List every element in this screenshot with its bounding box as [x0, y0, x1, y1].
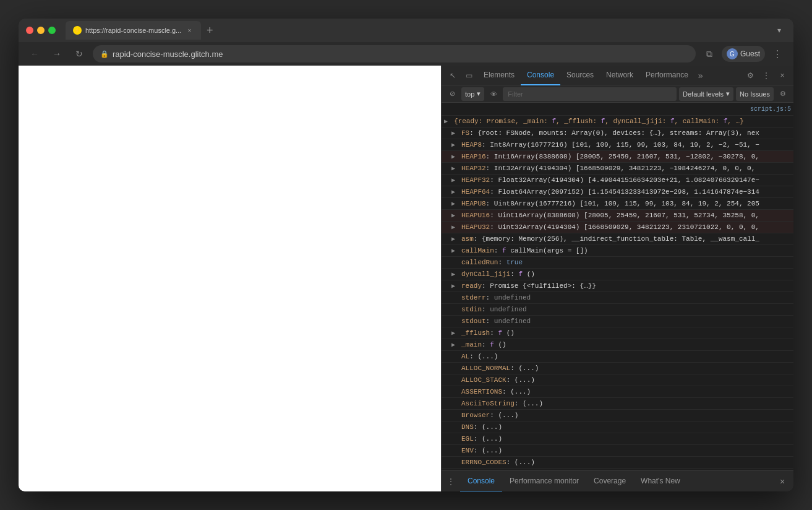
webpage-area	[19, 66, 441, 491]
expand-arrow-icon[interactable]: ▶	[451, 329, 455, 339]
eye-button[interactable]: 👁	[487, 87, 500, 101]
filter-input[interactable]	[503, 87, 677, 101]
devtools-toolbar: ↖ ▭ Elements Console Sources Network	[442, 66, 793, 85]
profile-name: Guest	[740, 50, 760, 58]
console-line-content: HEAPU32: Uint32Array(4194304) [166850902…	[461, 222, 791, 232]
expand-arrow-icon[interactable]: ▶	[451, 164, 455, 174]
expand-arrow-icon[interactable]: ▶	[451, 211, 455, 221]
console-source-link[interactable]: script.js:5	[750, 105, 791, 115]
console-line-content: HEAPU8: Uint8Array(16777216) [101, 109, …	[461, 199, 791, 209]
expand-arrow-icon[interactable]: ▶	[444, 117, 448, 127]
console-line-content: AL: (...)	[461, 352, 791, 361]
profile-icon: G	[727, 48, 738, 59]
new-tab-button[interactable]: +	[201, 22, 218, 39]
close-button[interactable]	[26, 27, 33, 34]
console-line-content: ALLOC_STACK: (...)	[461, 375, 791, 385]
drawer-tab-performance-monitor[interactable]: Performance monitor	[502, 471, 586, 492]
expand-arrow-icon[interactable]: ▶	[451, 282, 455, 292]
devtools-tabs: Elements Console Sources Network Perform…	[477, 66, 741, 85]
drawer-handle-icon[interactable]: ⋮	[444, 475, 458, 488]
nav-right: ⧉ G Guest ⋮	[701, 45, 786, 63]
tab-performance[interactable]: Performance	[639, 66, 694, 85]
forward-button[interactable]: →	[48, 45, 66, 63]
tab-network[interactable]: Network	[600, 66, 639, 85]
expand-arrow-icon[interactable]: ▶	[451, 140, 455, 150]
default-levels-selector[interactable]: Default levels ▾	[679, 87, 733, 101]
screen-mode-button[interactable]: ⧉	[701, 45, 718, 63]
devtools-right-icons: ⚙ ⋮ ×	[743, 68, 790, 83]
console-line-content: ENV: (...)	[461, 446, 791, 456]
devtools-settings-button[interactable]: ⚙	[743, 68, 758, 83]
device-mode-button[interactable]: ▭	[461, 68, 476, 83]
main-content: ↖ ▭ Elements Console Sources Network	[19, 66, 793, 491]
console-line-content: _main: f ()	[461, 340, 791, 350]
levels-chevron-icon: ▾	[726, 90, 730, 98]
tab-elements[interactable]: Elements	[477, 66, 521, 85]
inspect-element-button[interactable]: ↖	[445, 68, 460, 83]
expand-arrow-icon[interactable]: ▶	[451, 270, 455, 280]
console-line: ▶ _fflush: f ()	[442, 327, 793, 339]
console-line: ENV: (...)	[442, 445, 793, 457]
console-line: ▶ FS: {root: FSNode, mounts: Array(0), d…	[442, 127, 793, 139]
drawer-tab-coverage[interactable]: Coverage	[586, 471, 633, 492]
console-output[interactable]: script.js:5 ▶ {ready: Promise, _main: f,…	[442, 103, 793, 470]
console-line: ▶ callMain: f callMain(args = [])	[442, 245, 793, 257]
expand-arrow-icon[interactable]: ▶	[451, 199, 455, 209]
drawer-tab-console[interactable]: Console	[460, 471, 502, 492]
console-line-content: AsciiToString: (...)	[461, 399, 791, 408]
expand-arrow-icon[interactable]: ▶	[451, 246, 455, 256]
tab-console[interactable]: Console	[521, 66, 560, 85]
console-line: ▶ HEAPU16: Uint16Array(8388608) [28005, …	[442, 210, 793, 222]
expand-arrow-icon[interactable]: ▶	[451, 152, 455, 162]
expand-arrow-icon[interactable]: ▶	[451, 188, 455, 197]
title-bar: ⚡ https://rapid-concise-muscle.g... × + …	[19, 19, 793, 42]
console-line-content: stdin: undefined	[461, 305, 791, 314]
devtools-menu-button[interactable]: ⋮	[759, 68, 774, 83]
devtools-more-tabs[interactable]: »	[694, 71, 707, 80]
console-line: ▶ _main: f ()	[442, 339, 793, 351]
drawer-tab-whats-new[interactable]: What's New	[633, 471, 688, 492]
tab-title: https://rapid-concise-muscle.g...	[85, 27, 181, 34]
clear-console-button[interactable]: ⊘	[445, 87, 459, 101]
tab-sources[interactable]: Sources	[560, 66, 600, 85]
console-line: stdout: undefined	[442, 316, 793, 327]
profile-button[interactable]: G Guest	[722, 46, 765, 62]
maximize-button[interactable]	[48, 27, 56, 34]
console-line-content: HEAP8: Int8Array(16777216) [101, 109, 11…	[461, 140, 791, 150]
tab-close-button[interactable]: ×	[185, 26, 194, 35]
nav-bar: ← → ↻ 🔒 rapid-concise-muscle.glitch.me ⧉…	[19, 42, 793, 66]
console-line-content: DNS: (...)	[461, 422, 791, 432]
tab-chevron-icon[interactable]: ▾	[772, 24, 786, 37]
devtools-close-button[interactable]: ×	[775, 68, 790, 83]
console-line: ▶ {ready: Promise, _main: f, _fflush: f,…	[442, 116, 793, 127]
expand-arrow-icon[interactable]: ▶	[451, 235, 455, 244]
context-label: top	[465, 90, 474, 98]
expand-arrow-icon[interactable]: ▶	[451, 223, 455, 233]
expand-arrow-icon[interactable]: ▶	[451, 340, 455, 350]
browser-tab[interactable]: ⚡ https://rapid-concise-muscle.g... ×	[66, 21, 201, 40]
address-bar[interactable]: 🔒 rapid-concise-muscle.glitch.me	[93, 45, 696, 63]
console-line: stdin: undefined	[442, 304, 793, 316]
minimize-button[interactable]	[37, 27, 45, 34]
expand-arrow-icon[interactable]: ▶	[451, 129, 455, 139]
tab-bar: ⚡ https://rapid-concise-muscle.g... × +	[66, 21, 767, 40]
console-line: ▶ HEAP8: Int8Array(16777216) [101, 109, …	[442, 139, 793, 151]
console-line: ▶ HEAP16: Int16Array(8388608) [28005, 25…	[442, 151, 793, 163]
tab-favicon: ⚡	[73, 26, 82, 35]
console-line: AsciiToString: (...)	[442, 398, 793, 410]
console-line: EGL: (...)	[442, 433, 793, 445]
console-line-content: ready: Promise {<fulfilled>: {…}}	[461, 281, 791, 291]
console-line-content: asm: {memory: Memory(256), __indirect_fu…	[461, 234, 791, 244]
traffic-lights	[26, 27, 56, 34]
context-selector[interactable]: top ▾	[461, 87, 484, 101]
console-settings-button[interactable]: ⚙	[776, 87, 790, 101]
drawer-close-button[interactable]: ×	[775, 474, 790, 489]
expand-arrow-icon[interactable]: ▶	[451, 176, 455, 186]
console-line-content: Browser: (...)	[461, 410, 791, 420]
back-button[interactable]: ←	[26, 45, 43, 63]
console-line-content: HEAPU16: Uint16Array(8388608) [28005, 25…	[461, 210, 791, 220]
console-line: ALLOC_STACK: (...)	[442, 374, 793, 386]
console-line: Browser: (...)	[442, 410, 793, 421]
browser-menu-button[interactable]: ⋮	[769, 45, 786, 63]
reload-button[interactable]: ↻	[71, 45, 88, 63]
